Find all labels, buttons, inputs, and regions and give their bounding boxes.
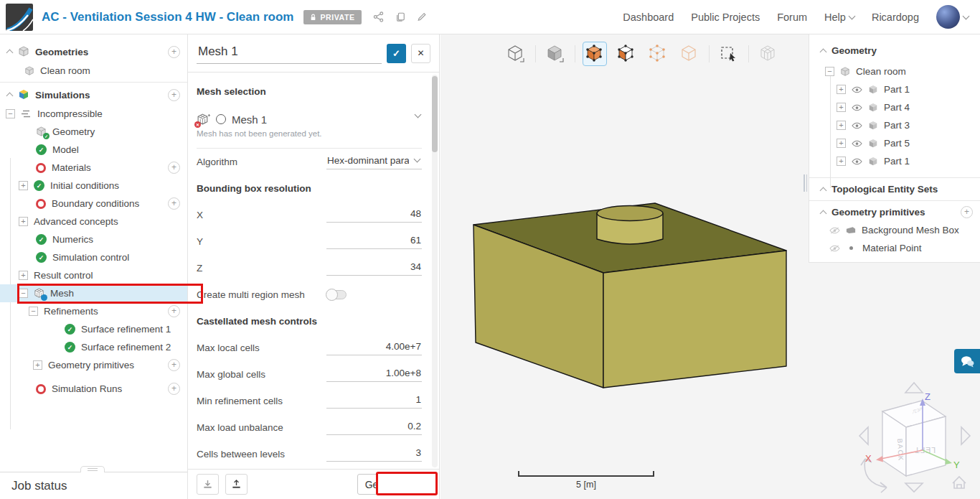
select-body-icon[interactable] xyxy=(583,42,607,66)
max-global-cells-input[interactable]: 1.00e+8 xyxy=(326,368,422,382)
add-geometry-button[interactable]: + xyxy=(168,46,180,58)
geometry-section-header[interactable]: Geometry xyxy=(809,42,980,60)
nav-username[interactable]: Ricardopg xyxy=(872,11,919,23)
add-refinement-button[interactable]: + xyxy=(168,305,180,317)
navigation-cube[interactable]: TOP BACK LEFT Z X Y xyxy=(854,378,976,498)
job-status-bar[interactable]: Job status xyxy=(0,472,187,499)
sidebar-item-numerics[interactable]: ✓ Numerics xyxy=(0,230,187,248)
sidebar-item-simulation-control[interactable]: ✓ Simulation control xyxy=(0,248,187,266)
sidebar-item-refinements[interactable]: − Refinements + xyxy=(0,302,187,320)
mesh-name-input[interactable] xyxy=(197,43,382,64)
expand-toggle[interactable]: + xyxy=(19,217,28,226)
visibility-eye-icon[interactable] xyxy=(852,104,862,111)
panel-resize-handle[interactable] xyxy=(804,174,809,192)
add-boundary-condition-button[interactable]: + xyxy=(168,197,180,210)
sidebar-item-simulation-runs[interactable]: Simulation Runs + xyxy=(0,380,187,398)
collapse-toggle[interactable]: − xyxy=(825,67,834,76)
wireframe-view-icon[interactable] xyxy=(504,42,528,66)
nav-public-projects[interactable]: Public Projects xyxy=(691,11,760,23)
expand-toggle[interactable]: + xyxy=(837,139,846,148)
user-menu[interactable] xyxy=(936,5,969,29)
expand-toggle[interactable]: + xyxy=(837,121,846,130)
rtree-item-part[interactable]: + Part 4 xyxy=(809,98,980,116)
chat-button[interactable] xyxy=(954,349,980,373)
x-input[interactable]: 48 xyxy=(326,208,422,223)
sidebar-item-result-control[interactable]: + Result control xyxy=(0,266,187,284)
topological-entity-sets-header[interactable]: Topological Entity Sets xyxy=(809,180,980,198)
max-load-unbalance-input[interactable]: 0.2 xyxy=(326,421,422,435)
sidebar-item-boundary-conditions[interactable]: Boundary conditions + xyxy=(0,195,187,213)
collapse-chevron-icon[interactable] xyxy=(820,187,827,194)
geometry-primitives-header[interactable]: Geometry primitives + xyxy=(809,203,980,221)
visibility-eye-icon[interactable] xyxy=(852,122,862,129)
collapse-toggle[interactable]: − xyxy=(19,289,28,298)
generate-mesh-button[interactable]: Generate xyxy=(357,474,430,495)
collapse-chevron-icon[interactable] xyxy=(820,210,827,217)
nav-dashboard[interactable]: Dashboard xyxy=(623,11,674,23)
download-button[interactable] xyxy=(197,474,219,495)
edit-icon[interactable] xyxy=(417,11,427,22)
select-edge-icon[interactable] xyxy=(646,42,670,66)
add-simulation-run-button[interactable]: + xyxy=(168,383,180,395)
sidebar-item-initial-conditions[interactable]: + ✓ Initial conditions xyxy=(0,177,187,195)
sidebar-item-model[interactable]: ✓ Model xyxy=(0,141,187,159)
solid-view-icon[interactable] xyxy=(543,42,567,66)
confirm-button[interactable]: ✓ xyxy=(387,44,406,63)
collapse-toggle[interactable]: − xyxy=(29,307,38,316)
box-select-icon[interactable] xyxy=(717,42,741,66)
rtree-item-part[interactable]: + Part 1 xyxy=(809,80,980,98)
select-vertex-icon[interactable] xyxy=(677,42,702,66)
add-simulation-button[interactable]: + xyxy=(168,89,180,101)
panel-scrollbar-thumb[interactable] xyxy=(432,76,438,152)
expand-toggle[interactable]: + xyxy=(837,85,846,94)
nav-help[interactable]: Help xyxy=(824,11,854,23)
expand-toggle[interactable]: + xyxy=(19,181,28,190)
visibility-eye-icon[interactable] xyxy=(852,140,862,147)
sidebar-item-advanced-concepts[interactable]: + Advanced concepts xyxy=(0,213,187,230)
share-icon[interactable] xyxy=(373,11,384,22)
copy-project-icon[interactable] xyxy=(395,11,405,22)
add-material-button[interactable]: + xyxy=(168,162,180,174)
sidebar-item-mesh[interactable]: − Mesh xyxy=(0,284,187,302)
expand-toggle[interactable]: + xyxy=(19,271,28,280)
rtree-item-clean-room[interactable]: − Clean room xyxy=(809,62,980,80)
add-primitive-button[interactable]: + xyxy=(961,206,973,218)
rtree-item-material-point[interactable]: Material Point xyxy=(809,239,980,257)
expand-toggle[interactable]: + xyxy=(837,103,846,112)
visibility-off-icon[interactable] xyxy=(829,245,840,252)
algorithm-select[interactable]: Hex-dominant para xyxy=(326,155,422,169)
rtree-item-part[interactable]: + Part 5 xyxy=(809,134,980,152)
collapse-toggle[interactable]: − xyxy=(6,109,15,118)
mesh-radio-icon[interactable] xyxy=(216,114,226,124)
rtree-item-part[interactable]: + Part 3 xyxy=(809,116,980,134)
sidebar-item-surface-refinement-1[interactable]: ✓ Surface refinement 1 xyxy=(0,320,187,338)
simscale-logo-icon[interactable] xyxy=(6,4,33,31)
max-local-cells-input[interactable]: 4.00e+7 xyxy=(326,341,422,355)
expand-toggle[interactable]: + xyxy=(33,360,42,370)
model-clean-room[interactable] xyxy=(471,201,801,393)
chevron-down-icon[interactable] xyxy=(415,111,422,118)
z-input[interactable]: 34 xyxy=(326,261,422,276)
nav-forum[interactable]: Forum xyxy=(777,11,807,23)
expand-toggle[interactable]: + xyxy=(837,157,846,166)
visibility-off-icon[interactable] xyxy=(829,227,840,234)
avatar[interactable] xyxy=(936,5,960,29)
min-refinement-cells-input[interactable]: 1 xyxy=(326,394,422,409)
add-geometry-primitive-button[interactable]: + xyxy=(168,359,180,371)
collapse-chevron-icon[interactable] xyxy=(6,50,14,57)
mesh-selection-item[interactable]: ✕ Mesh 1 xyxy=(197,111,422,128)
sidebar-item-geometries[interactable]: Geometries + xyxy=(0,42,187,62)
sidebar-item-incompressible[interactable]: − Incompressible xyxy=(0,105,187,123)
y-input[interactable]: 61 xyxy=(326,235,422,249)
job-status-drag-handle[interactable] xyxy=(80,466,105,472)
cells-between-levels-input[interactable]: 3 xyxy=(326,447,422,462)
sidebar-item-geometry-primitives[interactable]: + Geometry primitives + xyxy=(0,356,187,374)
select-face-icon[interactable] xyxy=(614,42,639,66)
visibility-eye-icon[interactable] xyxy=(852,158,862,165)
mesh-view-icon-disabled[interactable] xyxy=(756,42,781,66)
visibility-eye-icon[interactable] xyxy=(852,86,862,93)
collapse-chevron-icon[interactable] xyxy=(820,48,827,55)
sidebar-item-materials[interactable]: Materials + xyxy=(0,159,187,177)
viewport-3d[interactable]: 5 [m] xyxy=(440,34,980,499)
rtree-item-background-mesh-box[interactable]: Background Mesh Box xyxy=(809,221,980,239)
